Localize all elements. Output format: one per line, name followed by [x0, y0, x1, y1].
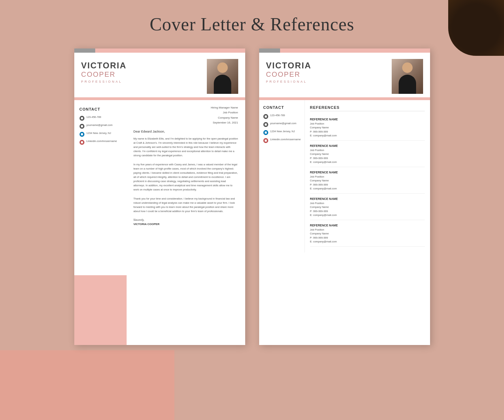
contact-title: CONTACT: [80, 107, 121, 111]
ref-4-company: Company Name: [310, 205, 425, 209]
ref-header-bar-gray: [259, 48, 280, 53]
ref-2-company: Company Name: [310, 152, 425, 156]
ref-2-email: E: company@mail.com: [310, 160, 425, 164]
ref-5-name: REFERENCE NAME: [310, 224, 425, 227]
cover-letter-para-2: In my five years of experience with Case…: [134, 163, 238, 192]
ref-4-name: REFERENCE NAME: [310, 197, 425, 201]
letter-date: September 16, 2021: [134, 120, 238, 125]
cover-letter-last-name: COOPER: [81, 70, 127, 78]
references-header-divider: [259, 97, 430, 100]
hiring-manager: Hiring Manager Name: [134, 105, 238, 110]
ref-1-email: E: company@mail.com: [310, 134, 425, 137]
ref-contact-phone: 123-456-789: [270, 114, 285, 118]
reference-item-4: REFERENCE NAME Job Position Company Name…: [310, 194, 425, 220]
cover-letter-signature: VICTORIA COOPER: [134, 223, 238, 226]
ref-linkedin-icon: [263, 130, 268, 135]
ref-header-bar-pink: [280, 48, 430, 53]
ref-3-phone: P: 999-999-999: [310, 183, 425, 187]
ref-contact-phone-item: 123-456-789: [263, 114, 300, 119]
ref-email-icon-inner: [265, 123, 267, 126]
ref-contact-linkedin: Linkedin.com/in/username: [270, 138, 301, 142]
cover-letter-header-content: VICTORIA COOPER PROFESSIONAL: [74, 53, 245, 97]
contact-email: yourname@gmail.com: [86, 123, 113, 127]
ref-linkedin-icon-inner: [265, 132, 267, 134]
references-photo: [392, 59, 423, 94]
contact-linkedin-item: 1234 New Jersey, NJ: [80, 132, 121, 137]
contact-location-item: Linkedin.com/in/username: [80, 140, 121, 145]
contact-phone-item: 123-456-789: [80, 115, 121, 121]
contact-phone: 123-456-789: [86, 115, 101, 119]
job-position: Job Position: [134, 110, 238, 115]
ref-contact-title: CONTACT: [263, 105, 300, 110]
ref-location-icon-inner: [265, 140, 267, 142]
ref-3-name: REFERENCE NAME: [310, 171, 425, 174]
header-bar-pink: [95, 48, 245, 53]
ref-contact-linkedin-item: 1234 New Jersey, NJ: [263, 130, 300, 135]
ref-2-phone: P: 999-999-999: [310, 156, 425, 160]
references-last-name: COOPER: [266, 70, 311, 78]
references-name-block: VICTORIA COOPER PROFESSIONAL: [266, 59, 311, 83]
reference-item-3: REFERENCE NAME Job Position Company Name…: [310, 168, 425, 194]
ref-5-company: Company Name: [310, 232, 425, 235]
cover-letter-photo: [207, 59, 238, 94]
linkedin-icon: [80, 132, 84, 137]
references-header-content: VICTORIA COOPER PROFESSIONAL: [259, 53, 430, 97]
phone-icon-inner: [81, 117, 83, 119]
contact-linkedin: Linkedin.com/in/username: [86, 140, 117, 143]
cover-letter-para-1: My name is Elizabeth Ellis, and I'm deli…: [134, 137, 238, 158]
ref-5-phone: P: 999-999-999: [310, 236, 425, 240]
references-document: VICTORIA COOPER PROFESSIONAL CONTACT 123…: [259, 48, 430, 345]
company-name: Company Name: [134, 115, 238, 120]
documents-container: VICTORIA COOPER PROFESSIONAL CONTACT 123…: [0, 48, 504, 345]
cover-letter-para-3: Thank you for your time and consideratio…: [134, 197, 238, 213]
location-icon: [80, 140, 84, 145]
references-main: REFERENCES REFERENCE NAME Job Position C…: [304, 100, 430, 253]
ref-5-position: Job Position: [310, 228, 425, 232]
contact-address: 1234 New Jersey, NJ: [86, 132, 111, 135]
reference-item-5: REFERENCE NAME Job Position Company Name…: [310, 221, 425, 247]
reference-item-2: REFERENCE NAME Job Position Company Name…: [310, 141, 425, 167]
references-first-name: VICTORIA: [266, 61, 311, 70]
ref-2-position: Job Position: [310, 148, 425, 152]
linkedin-icon-inner: [81, 133, 83, 135]
email-icon-inner: [81, 125, 83, 127]
email-icon: [80, 124, 84, 129]
header-bar-gray: [74, 48, 95, 53]
cover-letter-header-bar: [74, 48, 245, 53]
cover-letter-body: CONTACT 123-456-789 yourname@gmail.com: [74, 100, 245, 231]
ref-phone-icon: [263, 114, 268, 119]
ref-1-company: Company Name: [310, 126, 425, 129]
cover-letter-first-name: VICTORIA: [81, 61, 127, 70]
cover-letter-closing: Sincerely,: [134, 218, 238, 222]
bg-decoration: [0, 350, 174, 420]
references-sidebar: CONTACT 123-456-789 yourname@gmail.com: [259, 100, 304, 253]
cover-letter-header-info: Hiring Manager Name Job Position Company…: [134, 105, 238, 126]
ref-location-icon: [263, 138, 268, 143]
coffee-cup-decoration: [448, 0, 504, 56]
ref-3-company: Company Name: [310, 179, 425, 182]
ref-2-name: REFERENCE NAME: [310, 144, 425, 148]
contact-email-item: yourname@gmail.com: [80, 123, 121, 129]
cover-letter-document: VICTORIA COOPER PROFESSIONAL CONTACT 123…: [74, 48, 245, 345]
references-title: PROFESSIONAL: [266, 80, 311, 83]
cover-letter-sidebar: CONTACT 123-456-789 yourname@gmail.com: [74, 100, 127, 231]
ref-4-position: Job Position: [310, 201, 425, 205]
ref-3-position: Job Position: [310, 175, 425, 179]
cover-letter-title: PROFESSIONAL: [81, 80, 127, 83]
ref-contact-email-item: yourname@gmail.com: [263, 122, 300, 127]
location-icon-inner: [81, 141, 83, 143]
cover-letter-header-divider: [74, 97, 245, 100]
references-section-title: REFERENCES: [310, 105, 425, 111]
ref-contact-address: 1234 New Jersey, NJ: [270, 130, 295, 134]
ref-4-email: E: company@mail.com: [310, 213, 425, 217]
cover-letter-greeting: Dear Edward Jackson,: [134, 130, 238, 133]
ref-4-phone: P: 999-999-999: [310, 209, 425, 213]
reference-item-1: REFERENCE NAME Job Position Company Name…: [310, 115, 425, 141]
page-title: Cover Letter & References: [0, 0, 504, 45]
ref-email-icon: [263, 122, 268, 127]
ref-3-email: E: company@mail.com: [310, 187, 425, 190]
references-body: CONTACT 123-456-789 yourname@gmail.com: [259, 100, 430, 253]
cover-letter-pink-section: [74, 275, 127, 345]
references-header-bar: [259, 48, 430, 53]
phone-icon: [80, 116, 84, 121]
